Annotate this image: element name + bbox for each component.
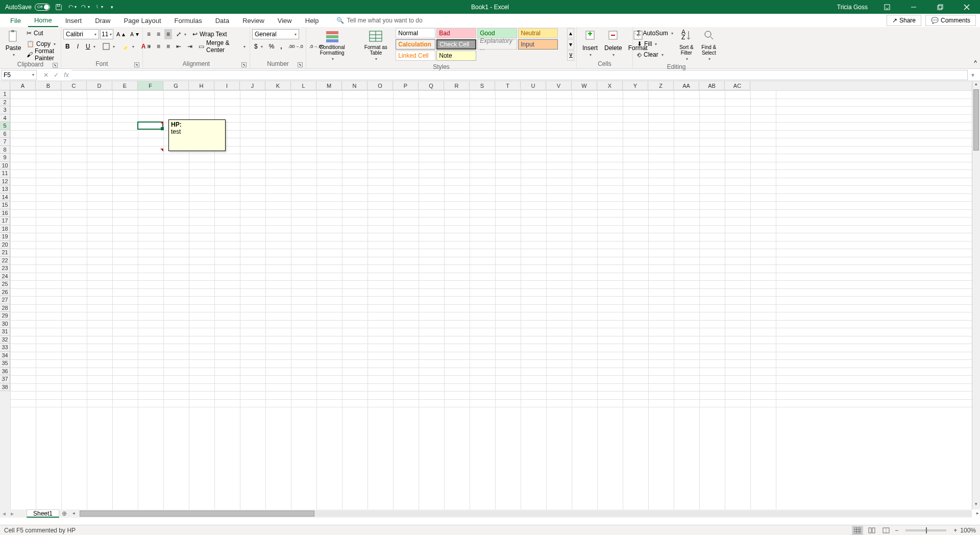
col-header-R[interactable]: R	[444, 81, 470, 90]
cell-area[interactable]: HP: test	[10, 90, 972, 509]
row-header-6[interactable]: 6	[0, 130, 10, 138]
sort-filter-button[interactable]: AZSort & Filter▾	[675, 28, 698, 62]
row-header-3[interactable]: 3	[0, 106, 10, 114]
zoom-in-button[interactable]: +	[953, 527, 957, 534]
col-header-O[interactable]: O	[368, 81, 393, 90]
autosum-button[interactable]: ΣAutoSum▾	[635, 28, 675, 38]
vertical-scrollbar[interactable]: ▴ ▾	[972, 81, 980, 509]
style-bad[interactable]: Bad	[436, 28, 476, 38]
zoom-level[interactable]: 100%	[960, 527, 976, 534]
row-header-24[interactable]: 24	[0, 273, 10, 281]
col-header-F[interactable]: F	[138, 81, 163, 90]
row-header-17[interactable]: 17	[0, 217, 10, 225]
page-layout-view-icon[interactable]	[866, 526, 877, 535]
tab-formulas[interactable]: Formulas	[168, 15, 208, 27]
row-header-19[interactable]: 19	[0, 233, 10, 241]
orientation-icon[interactable]: ⤢▾	[174, 29, 188, 39]
percent-icon[interactable]: %	[267, 41, 277, 52]
tab-page-layout[interactable]: Page Layout	[118, 15, 167, 27]
col-header-M[interactable]: M	[316, 81, 342, 90]
tab-file[interactable]: File	[4, 15, 27, 27]
redo-icon[interactable]: ▾	[81, 3, 90, 12]
clear-button[interactable]: ◇Clear▾	[635, 50, 675, 60]
row-header-16[interactable]: 16	[0, 209, 10, 217]
row-header-10[interactable]: 10	[0, 162, 10, 170]
currency-icon[interactable]: $▾	[252, 41, 265, 52]
tab-home[interactable]: Home	[28, 14, 58, 27]
row-header-27[interactable]: 27	[0, 296, 10, 304]
styles-scroll-up[interactable]: ▴	[567, 28, 574, 38]
row-header-20[interactable]: 20	[0, 241, 10, 249]
style-note[interactable]: Note	[436, 51, 476, 61]
format-as-table-button[interactable]: Format as Table▾	[358, 28, 394, 62]
indent-decrease-icon[interactable]: ⇤	[174, 41, 183, 52]
tab-view[interactable]: View	[272, 15, 298, 27]
row-header-29[interactable]: 29	[0, 312, 10, 320]
style-normal[interactable]: Normal	[396, 28, 435, 38]
row-header-36[interactable]: 36	[0, 368, 10, 376]
insert-cells-button[interactable]: Insert▾	[579, 28, 601, 58]
style-good[interactable]: Good	[477, 28, 517, 38]
col-header-H[interactable]: H	[189, 81, 214, 90]
col-header-U[interactable]: U	[521, 81, 546, 90]
col-header-X[interactable]: X	[597, 81, 623, 90]
cut-button[interactable]: ✂Cut	[24, 28, 59, 38]
clipboard-launcher[interactable]: ⬊	[53, 63, 58, 68]
row-header-21[interactable]: 21	[0, 249, 10, 257]
sheet-nav-prev[interactable]: ◂	[0, 509, 8, 518]
number-format-select[interactable]: General▾	[252, 29, 299, 39]
autosave-toggle[interactable]: AutoSave Off	[5, 4, 50, 11]
style-calculation[interactable]: Calculation	[396, 39, 435, 50]
row-header-13[interactable]: 13	[0, 185, 10, 193]
comma-icon[interactable]: ,	[278, 41, 284, 52]
row-header-23[interactable]: 23	[0, 264, 10, 273]
row-header-35[interactable]: 35	[0, 359, 10, 368]
row-header-11[interactable]: 11	[0, 169, 10, 178]
insert-function-icon[interactable]: fx	[61, 70, 71, 80]
comment-popup[interactable]: HP: test	[168, 119, 226, 151]
align-center-icon[interactable]: ≡	[155, 41, 162, 52]
delete-cells-button[interactable]: Delete▾	[601, 28, 625, 58]
maximize-icon[interactable]	[929, 0, 951, 14]
col-header-N[interactable]: N	[342, 81, 368, 90]
col-header-P[interactable]: P	[393, 81, 419, 90]
tab-draw[interactable]: Draw	[89, 15, 116, 27]
align-right-icon[interactable]: ≡	[164, 41, 172, 52]
undo-icon[interactable]: ▾	[67, 3, 77, 12]
conditional-formatting-button[interactable]: Conditional Formatting▾	[308, 28, 356, 62]
tab-insert[interactable]: Insert	[59, 15, 88, 27]
decrease-font-icon[interactable]: A▾	[128, 29, 141, 39]
fill-color-button[interactable]: ▾	[120, 41, 136, 52]
align-bottom-icon[interactable]: ≡	[164, 29, 172, 39]
page-break-view-icon[interactable]	[880, 526, 892, 535]
number-launcher[interactable]: ⬊	[298, 62, 303, 67]
increase-font-icon[interactable]: A▴	[114, 29, 127, 39]
name-box[interactable]: F5▾	[1, 70, 37, 80]
col-header-B[interactable]: B	[36, 81, 61, 90]
ribbon-options-icon[interactable]	[876, 0, 898, 14]
comments-button[interactable]: 💬Comments	[925, 15, 976, 26]
vscroll-thumb[interactable]	[973, 89, 979, 151]
user-name[interactable]: Tricia Goss	[837, 4, 868, 11]
sheet-tab-sheet1[interactable]: Sheet1	[27, 509, 59, 518]
row-header-28[interactable]: 28	[0, 304, 10, 312]
close-icon[interactable]	[955, 0, 978, 14]
tell-me-search[interactable]: 🔍 Tell me what you want to do	[336, 17, 423, 24]
bold-button[interactable]: B	[63, 41, 72, 52]
font-launcher[interactable]: ⬊	[134, 62, 139, 67]
col-header-Q[interactable]: Q	[419, 81, 444, 90]
row-header-33[interactable]: 33	[0, 344, 10, 352]
font-name-select[interactable]: Calibri▾	[63, 29, 99, 39]
enter-formula-icon[interactable]: ✓	[51, 70, 61, 80]
format-painter-button[interactable]: 🖌Format Painter	[24, 50, 59, 60]
row-header-37[interactable]: 37	[0, 375, 10, 383]
row-header-15[interactable]: 15	[0, 201, 10, 209]
styles-scroll-down[interactable]: ▾	[567, 39, 574, 50]
row-header-9[interactable]: 9	[0, 154, 10, 162]
col-header-C[interactable]: C	[61, 81, 87, 90]
find-select-button[interactable]: Find & Select▾	[698, 28, 720, 62]
zoom-out-button[interactable]: −	[895, 527, 898, 534]
col-header-T[interactable]: T	[495, 81, 521, 90]
col-header-V[interactable]: V	[546, 81, 572, 90]
fill-button[interactable]: ⬇Fill▾	[635, 39, 675, 49]
